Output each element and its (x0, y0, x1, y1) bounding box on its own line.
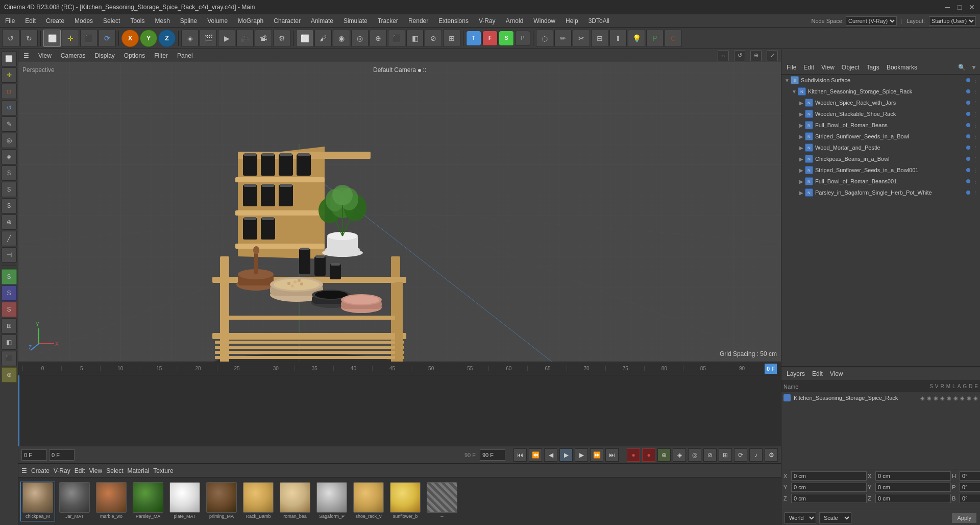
rotate-btn[interactable]: ⟳ (99, 30, 116, 47)
obj-row-chickpeas[interactable]: ▶ N Chickpeas_Beans_in_a_Bowl ⋮ (781, 153, 980, 164)
lyr-toggle-s[interactable]: ◉ (920, 395, 925, 401)
lyr-row-kitchen[interactable]: Kitchen_Seasoning_Storage_Spice_Rack ◉ ◉… (781, 392, 980, 403)
mat-menu-select[interactable]: Select (106, 467, 123, 474)
obj-row-sunflower-seeds[interactable]: ▶ N Striped_Sunflower_Seeds_in_a_Bowl ⋮ (781, 131, 980, 142)
size-h-input[interactable] (960, 471, 980, 481)
sym-btn[interactable]: ⊞ (443, 30, 460, 47)
extrude-btn[interactable]: ⬆ (609, 30, 627, 47)
lyr-toggle-l[interactable]: ◉ (947, 395, 951, 401)
record-btn[interactable]: ● (627, 448, 640, 462)
apply-button[interactable]: Apply (951, 512, 977, 523)
obj-row-wooden-shoe[interactable]: ▶ N Wooden_Stackable_Shoe_Rack ⋮ (781, 108, 980, 120)
size-p-input[interactable] (960, 483, 980, 492)
mat-menu-vray[interactable]: V-Ray (54, 467, 70, 474)
menu-tools[interactable]: Tools (125, 14, 150, 27)
lyr-toggle-a[interactable]: ◉ (953, 395, 958, 401)
paint-btn[interactable]: 🖌 (314, 30, 332, 47)
menu-render[interactable]: Render (403, 14, 433, 27)
deform-btn[interactable]: ⊘ (425, 30, 442, 47)
mat-menu-create[interactable]: Create (31, 467, 50, 474)
play-pause-btn[interactable]: ▶ (559, 448, 573, 462)
autokey-btn[interactable]: ◎ (688, 448, 701, 462)
mat-sunflower[interactable]: sunflower_b (388, 482, 423, 521)
menu-vray[interactable]: V-Ray (474, 14, 501, 27)
rot-x-input[interactable] (875, 471, 951, 481)
menu-character[interactable]: Character (268, 14, 306, 27)
pen-btn[interactable]: ✏ (554, 30, 572, 47)
step-fwd-btn[interactable]: ⏩ (590, 448, 603, 462)
close-icon[interactable]: ✕ (968, 3, 976, 11)
paint4-btn[interactable]: $ (2, 198, 17, 213)
go-end-btn[interactable]: ⏭ (605, 448, 619, 462)
coord-mode-select[interactable]: World Object Local (785, 512, 816, 523)
config-btn[interactable]: ⚙ (765, 448, 778, 462)
end-frame-input[interactable] (480, 449, 505, 461)
vp-menu-panel[interactable]: Panel (175, 52, 195, 59)
obj-row-sunflower-001[interactable]: ▶ N Striped_Sunflower_Seeds_in_a_Bowl001… (781, 164, 980, 176)
line-btn[interactable]: ╱ (2, 231, 17, 246)
lyr-toggle-r[interactable]: ◉ (934, 395, 938, 401)
obj-tags-menu[interactable]: Tags (865, 64, 881, 71)
menu-mograph[interactable]: MoGraph (233, 14, 268, 27)
mat-priming[interactable]: priming_MA (204, 482, 239, 521)
mat-plate[interactable]: plate_MAT (167, 482, 202, 521)
axis-y-btn[interactable]: Y (140, 30, 157, 47)
expand-icon-3[interactable]: ▶ (798, 99, 805, 106)
paint2-btn[interactable]: $ (2, 165, 17, 181)
obj-bookmarks-menu[interactable]: Bookmarks (885, 64, 919, 71)
record2-btn[interactable]: ● (642, 448, 655, 462)
layer6-btn[interactable]: ⬛ (2, 351, 17, 366)
obj-view-menu[interactable]: View (819, 64, 837, 71)
mat-parsley[interactable]: Parsley_MA (131, 482, 165, 521)
model-mode-btn[interactable]: ⬜ (296, 30, 313, 47)
menu-volume[interactable]: Volume (202, 14, 233, 27)
render-btn[interactable]: 🎥 (236, 30, 254, 47)
move-tool-btn[interactable]: ✛ (2, 67, 17, 83)
vp-menu-display[interactable]: Display (92, 52, 116, 59)
menu-mesh[interactable]: Mesh (150, 14, 175, 27)
vp-menu-toggle[interactable]: ☰ (21, 52, 31, 59)
mat-menu-material[interactable]: Material (128, 467, 150, 474)
cam-front-btn[interactable]: F (482, 31, 498, 46)
viewport-3d[interactable]: Perspective Default Camera :: (18, 62, 781, 362)
scale-btn[interactable]: ⬛ (80, 30, 97, 47)
cube-btn[interactable]: ⬛ (388, 30, 405, 47)
vp-nav-fullscreen[interactable]: ⤢ (767, 50, 778, 61)
bridge-btn[interactable]: ⊟ (591, 30, 608, 47)
obj-vis-dot[interactable] (966, 78, 970, 82)
sculpt-btn[interactable]: ◉ (333, 30, 350, 47)
nodespace-select[interactable]: Current (V-Ray) (846, 16, 897, 26)
obj-row-roman-001[interactable]: ▶ N Full_Bowl_of_Roman_Beans001 ⋮ (781, 176, 980, 187)
obj-file-menu[interactable]: File (785, 64, 798, 71)
obj-row-roman-beans[interactable]: ▶ N Full_Bowl_of_Roman_Beans ⋮ (781, 120, 980, 131)
menu-spline[interactable]: Spline (175, 14, 202, 27)
object-mode-btn[interactable]: ◈ (181, 30, 199, 47)
expand-icon-2[interactable]: ▼ (791, 88, 798, 95)
obj-vis-dot-2[interactable] (966, 89, 970, 93)
layer5-btn[interactable]: ◧ (2, 335, 17, 350)
scale-tool-btn[interactable]: □ (2, 84, 17, 99)
snap2-btn[interactable]: ⊕ (2, 214, 17, 230)
menu-tracker[interactable]: Tracker (373, 14, 403, 27)
menu-create[interactable]: Create (41, 14, 69, 27)
snap-btn[interactable]: ⊕ (370, 30, 387, 47)
settings-btn[interactable]: ⚙ (273, 30, 290, 47)
layers-view-menu[interactable]: View (828, 370, 845, 377)
maximize-icon[interactable]: □ (955, 3, 964, 11)
size-b-input[interactable] (960, 494, 980, 503)
select-rect-btn[interactable]: ⬜ (43, 30, 61, 47)
poly-pen-btn[interactable]: ✎ (2, 116, 17, 132)
mat-menu-toggle[interactable]: ☰ (21, 467, 27, 474)
obj-row-subdivsurf[interactable]: ▼ S Subdivision Surface ⋮ (781, 75, 980, 86)
mat-roman[interactable]: roman_bea (278, 482, 312, 521)
lyr-toggle-v[interactable]: ◉ (927, 395, 932, 401)
vp-nav-rotate[interactable]: ↺ (734, 50, 745, 61)
menu-help[interactable]: Help (560, 14, 583, 27)
layer7-btn[interactable]: ⊕ (2, 367, 17, 383)
start-frame-input[interactable] (21, 449, 47, 461)
layers-menu[interactable]: Layers (785, 370, 807, 377)
mat-marble[interactable]: marble_wo (94, 482, 129, 521)
obj-row-parsley[interactable]: ▶ N Parsley_in_Sagaform_Single_Herb_Pot_… (781, 187, 980, 198)
rot-z-input[interactable] (875, 494, 951, 503)
render-settings-btn[interactable]: 🎬 (200, 30, 217, 47)
